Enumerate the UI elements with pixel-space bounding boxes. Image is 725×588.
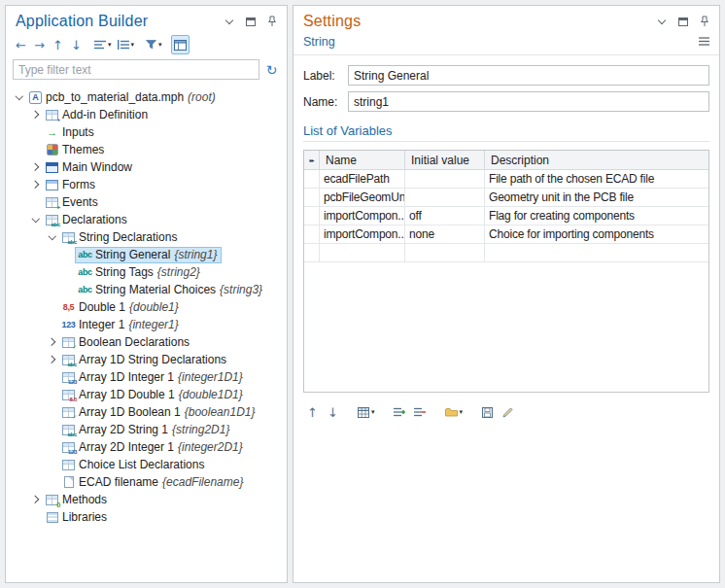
tree-item-string-general[interactable]: abc String General {string1} (6, 246, 287, 263)
label-input[interactable] (348, 65, 709, 86)
table-row[interactable] (304, 244, 708, 262)
themes-icon (44, 144, 60, 156)
tree-item-themes[interactable]: Themes (6, 141, 287, 158)
tree-item-boolean-declarations[interactable]: ✓ Boolean Declarations (6, 333, 287, 351)
tree-item-array-1d-double-1[interactable]: 8.5 Array 1D Double 1 {double1D1} (6, 386, 287, 403)
tree-item-inputs[interactable]: → Inputs (6, 123, 287, 141)
tree-item-declarations[interactable]: abc Declarations (6, 211, 287, 228)
tree-item-add-in-definition[interactable]: + Add-in Definition (6, 106, 287, 123)
cell-initial-value[interactable] (405, 244, 485, 261)
back-button[interactable]: ← (12, 35, 30, 54)
chevron-down-icon[interactable] (222, 15, 236, 29)
chevron-down-icon[interactable] (13, 95, 25, 99)
expand-all-button[interactable]: ▾ (115, 35, 138, 54)
tree-item-string-tags[interactable]: abc String Tags {string2} (6, 263, 287, 281)
float-window-icon[interactable] (243, 15, 258, 29)
cell-name[interactable]: ecadFilePath (320, 170, 405, 188)
move-up-button[interactable]: ↑ (49, 35, 67, 54)
array-string-icon: abc (60, 355, 77, 365)
table-row[interactable]: ecadFilePath File path of the chosen ECA… (304, 170, 708, 189)
string-icon: abc (77, 251, 93, 259)
forward-button[interactable]: → (30, 35, 49, 54)
chevron-right-icon[interactable] (29, 182, 42, 188)
string-icon: abc (77, 268, 93, 277)
cell-description[interactable]: Choice for importing components (485, 225, 708, 243)
dropdown-caret-icon: ▾ (131, 41, 135, 49)
chevron-down-icon[interactable] (29, 218, 42, 222)
tree-item-methods[interactable]: {} Methods (6, 491, 287, 508)
tree-item-array-1d-boolean-1[interactable]: ✓ Array 1D Boolean 1 {boolean1D1} (6, 403, 287, 421)
cell-initial-value[interactable] (405, 170, 485, 188)
variables-table[interactable]: ▸▸ Name Initial value Description ecadFi… (303, 150, 709, 393)
tree-item-integer-1[interactable]: 123 Integer 1 {integer1} (6, 316, 287, 333)
filter-input[interactable] (13, 59, 259, 80)
settings-panel: Settings String Label: Name: List of Var… (293, 5, 720, 583)
cell-description[interactable]: Flag for creating components (485, 207, 708, 225)
show-settings-toggle-button[interactable] (171, 35, 190, 54)
move-down-button[interactable]: ↓ (67, 35, 86, 54)
table-row[interactable]: importCompon... none Choice for importin… (304, 225, 708, 244)
row-down-button[interactable]: ↓ (324, 402, 342, 422)
column-header-initial-value[interactable]: Initial value (405, 151, 485, 169)
cell-description[interactable]: Geometry unit in the PCB file (485, 189, 708, 206)
collapse-all-button[interactable]: ▾ (91, 35, 115, 54)
name-input[interactable] (348, 91, 709, 112)
integer-icon: 123 (60, 321, 77, 329)
edit-variable-button[interactable] (499, 402, 517, 422)
tree-item-array-1d-string-declarations[interactable]: abc Array 1D String Declarations (6, 351, 287, 368)
dropdown-caret-icon: ▾ (371, 408, 375, 416)
filter-button[interactable]: ▾ (143, 35, 165, 54)
tree-item-double-1[interactable]: 8,5 Double 1 {double1} (6, 298, 287, 316)
list-of-variables-section-title[interactable]: List of Variables (303, 123, 709, 142)
cell-name[interactable] (320, 244, 405, 261)
chevron-right-icon[interactable] (46, 339, 58, 345)
cell-name[interactable]: importCompon... (320, 225, 405, 243)
refresh-icon[interactable]: ↻ (262, 60, 281, 80)
tree-item-events[interactable]: ▸ Events (6, 193, 287, 211)
insert-variable-button[interactable] (391, 402, 409, 422)
cell-initial-value[interactable]: off (405, 207, 485, 225)
save-to-file-button[interactable] (478, 402, 497, 422)
settings-header: Settings String (293, 6, 719, 55)
pin-icon[interactable] (697, 15, 711, 29)
tree-item-array-1d-integer-1[interactable]: 123 Array 1D Integer 1 {integer1D1} (6, 368, 287, 386)
string-declarations-icon: abc (60, 232, 77, 243)
column-header-name[interactable]: Name (320, 151, 405, 169)
delete-variable-button[interactable] (411, 402, 430, 422)
variables-table-toolbar: ↑ ↓ ▾ ▾ (303, 402, 709, 422)
tree-item-libraries[interactable]: Libraries (6, 508, 287, 526)
cell-initial-value[interactable] (405, 189, 485, 206)
tree-item-forms[interactable]: Forms (6, 176, 287, 193)
dropdown-caret-icon: ▾ (108, 41, 112, 49)
table-row[interactable]: importCompon... off Flag for creating co… (304, 207, 708, 225)
cell-description[interactable] (485, 244, 708, 261)
chevron-down-icon[interactable] (46, 235, 58, 239)
cell-initial-value[interactable]: none (405, 225, 485, 243)
insert-row-icon (394, 407, 405, 417)
chevron-right-icon[interactable] (29, 164, 42, 170)
load-from-file-button[interactable]: ▾ (442, 402, 466, 422)
table-options-button[interactable]: ▾ (355, 402, 378, 422)
chevron-right-icon[interactable] (29, 497, 42, 502)
pin-icon[interactable] (264, 15, 279, 29)
tree-item-root[interactable]: A pcb_to_material_data.mph (root) (6, 88, 287, 106)
column-header-description[interactable]: Description (485, 151, 708, 169)
row-up-button[interactable]: ↑ (303, 402, 322, 422)
float-window-icon[interactable] (675, 15, 690, 29)
tree-item-array-2d-integer-1[interactable]: 123 Array 2D Integer 1 {integer2D1} (6, 438, 287, 456)
chevron-right-icon[interactable] (46, 357, 58, 363)
cell-name[interactable]: importCompon... (320, 207, 405, 225)
tree-item-string-material-choices[interactable]: abc String Material Choices {string3} (6, 281, 287, 298)
chevron-right-icon[interactable] (29, 112, 42, 118)
filter-row: ↻ (6, 56, 287, 84)
chevron-down-icon[interactable] (654, 15, 669, 29)
tree-item-choice-list-declarations[interactable]: Choice List Declarations (6, 456, 287, 473)
cell-description[interactable]: File path of the chosen ECAD file (485, 170, 708, 188)
cell-name[interactable]: pcbFileGeomUnit (320, 189, 405, 206)
tree-item-main-window[interactable]: Main Window (6, 158, 287, 176)
settings-menu-icon[interactable] (697, 34, 711, 49)
tree-item-ecad-filename[interactable]: ECAD filename {ecadFilename} (6, 473, 287, 491)
tree-item-string-declarations[interactable]: abc String Declarations (6, 228, 287, 246)
table-row[interactable]: pcbFileGeomUnit Geometry unit in the PCB… (304, 189, 708, 207)
tree-item-array-2d-string-1[interactable]: abc Array 2D String 1 {string2D1} (6, 421, 287, 438)
